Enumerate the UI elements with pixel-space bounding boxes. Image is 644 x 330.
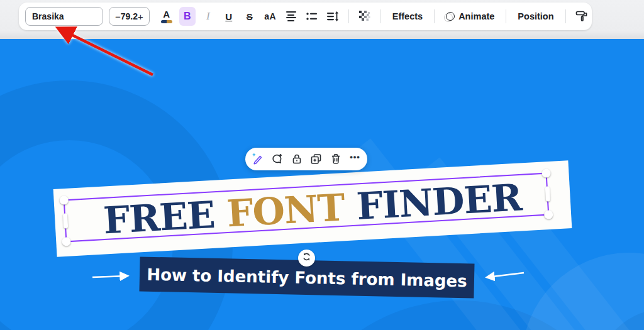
resize-handle-top-left[interactable] <box>59 195 69 205</box>
italic-button[interactable]: I <box>200 7 216 26</box>
strikethrough-label: S <box>247 11 253 22</box>
text-color-button[interactable]: A <box>158 7 175 26</box>
more-options-button[interactable]: ••• <box>348 152 362 166</box>
subtitle-text: How to Identify Fonts from Images <box>147 265 467 290</box>
toolbar-divider <box>434 9 435 23</box>
toolbar-divider <box>380 9 381 23</box>
letter-case-label: aA <box>264 11 276 21</box>
letter-case-button[interactable]: aA <box>262 7 279 26</box>
font-size-decrease-button[interactable]: − <box>115 11 121 22</box>
element-context-toolbar: ••• <box>245 148 367 170</box>
line-spacing-icon <box>326 11 339 22</box>
list-button[interactable] <box>304 7 320 26</box>
font-name-input[interactable] <box>25 7 103 26</box>
comment-button[interactable] <box>270 152 284 166</box>
magic-edit-button[interactable] <box>251 152 265 166</box>
font-size-increase-button[interactable]: + <box>138 11 143 22</box>
canvas[interactable]: FREE FONT FINDER <box>0 39 644 330</box>
animate-icon <box>446 12 455 21</box>
transparency-button[interactable] <box>357 7 373 26</box>
strikethrough-button[interactable]: S <box>242 7 258 26</box>
text-color-letter: A <box>163 9 170 19</box>
font-size-stepper[interactable]: − 79.2 + <box>109 7 150 26</box>
animate-button[interactable]: Animate <box>442 11 498 21</box>
position-button[interactable]: Position <box>514 11 557 21</box>
bold-button[interactable]: B <box>179 7 196 26</box>
font-size-value[interactable]: 79.2 <box>121 11 138 21</box>
toolbar-divider <box>348 9 349 23</box>
text-color-swatch <box>161 20 172 23</box>
bulleted-list-icon <box>306 11 318 22</box>
resize-handle-left[interactable] <box>62 213 67 228</box>
italic-label: I <box>206 10 210 23</box>
bold-label: B <box>184 11 191 22</box>
alignment-button[interactable] <box>283 7 299 26</box>
resize-handle-right[interactable] <box>545 186 550 201</box>
copy-style-button[interactable] <box>574 7 590 26</box>
lock-button[interactable] <box>290 152 304 166</box>
editor-window: − 79.2 + A B I U S aA <box>0 0 644 330</box>
effects-button[interactable]: Effects <box>389 11 426 21</box>
align-center-icon <box>286 11 296 21</box>
duplicate-button[interactable] <box>309 152 323 166</box>
delete-button[interactable] <box>329 152 343 166</box>
spacing-button[interactable] <box>325 7 341 26</box>
rotate-handle[interactable] <box>298 250 315 267</box>
paint-roller-icon <box>575 9 589 23</box>
transparency-checkerboard-icon <box>358 10 371 23</box>
text-toolbar: − 79.2 + A B I U S aA <box>19 3 592 30</box>
animate-label: Animate <box>458 11 494 21</box>
toolbar-divider <box>565 9 566 23</box>
underline-label: U <box>225 11 232 22</box>
rotate-icon <box>302 252 311 264</box>
underline-button[interactable]: U <box>221 7 237 26</box>
toolbar-divider <box>506 9 506 23</box>
